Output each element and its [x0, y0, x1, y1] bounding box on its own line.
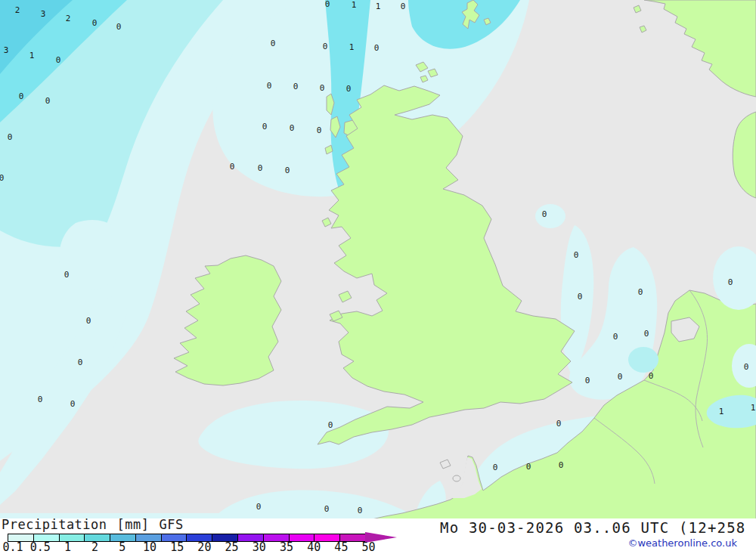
precip-value-label: 3 [41, 10, 46, 18]
precip-value-label: 0 [585, 376, 590, 385]
precip-value-label: 0 [358, 506, 363, 515]
precip-value-label: 1 [376, 2, 381, 11]
precip-value-label: 0 [45, 97, 51, 105]
precip-value-label: 0 [374, 44, 380, 52]
scale-tick-label: 1 [64, 540, 71, 554]
precip-value-label: 0 [320, 84, 325, 92]
map-area: 2320031000000000001100010000000000000000… [0, 0, 756, 519]
scale-tick-label: 40 [307, 540, 321, 554]
scale-tick-label: 0.1 [2, 540, 23, 554]
precip-value-label: 0 [70, 400, 76, 408]
precip-value-label: 0 [559, 461, 564, 469]
legend-unit: [mm] [117, 517, 150, 532]
scale-tick-label: 2 [91, 540, 98, 554]
precip-value-label: 0 [56, 56, 61, 64]
precip-value-label: 3 [4, 46, 9, 54]
precip-value-label: 0 [267, 82, 272, 90]
copyright-link[interactable]: ©weatheronline.co.uk [627, 537, 737, 549]
precip-value-label: 0 [116, 23, 122, 31]
precip-value-label: 0 [271, 39, 276, 48]
precip-value-label: 0 [38, 395, 43, 404]
weather-map-page: 2320031000000000001100010000000000000000… [0, 0, 756, 554]
precip-value-label: 0 [92, 19, 98, 27]
precip-value-label: 0 [293, 82, 299, 91]
precip-value-label: 0 [86, 317, 91, 325]
valid-datetime: Mo 30-03-2026 03..06 UTC (12+258 [440, 519, 745, 536]
precip-value-label: 0 [618, 373, 623, 381]
precip-value-label: 0 [526, 463, 531, 471]
precip-value-label: 0 [325, 0, 330, 8]
precip-value-label: 0 [346, 85, 352, 93]
precip-value-label: 0 [493, 463, 498, 472]
precip-value-label: 0 [556, 419, 562, 428]
precip-value-label: 0 [258, 164, 263, 172]
scale-tick-label: 25 [225, 540, 239, 554]
scale-tick-label: 15 [170, 540, 184, 554]
precip-value-label: 0 [290, 124, 295, 132]
precip-value-label: 0 [578, 292, 583, 301]
scale-tick-label: 5 [119, 540, 125, 554]
legend-title: Precipitation[mm]GFS [2, 517, 184, 532]
scale-tick-label: 45 [334, 540, 348, 554]
precip-value-label: 2 [15, 6, 20, 14]
precip-value-label: 0 [542, 210, 547, 218]
legend-parameter: Precipitation [2, 517, 107, 532]
precip-value-label: 1 [719, 407, 724, 416]
precip-value-label: 0 [78, 358, 83, 367]
precip-value-label: 1 [751, 404, 756, 412]
precip-value-label: 1 [349, 43, 355, 51]
scale-tick-label: 50 [362, 540, 376, 554]
precip-value-label: 0 [323, 42, 328, 51]
precip-value-label: 0 [8, 133, 13, 141]
weather-map [0, 0, 756, 519]
precip-value-label: 0 [317, 126, 322, 135]
precip-value-label: 0 [19, 92, 24, 101]
scale-tick-label: 30 [253, 540, 266, 554]
precip-value-label: 0 [401, 2, 406, 11]
precip-value-label: 0 [324, 505, 330, 513]
precip-value-label: 0 [744, 363, 749, 371]
precip-value-label: 0 [728, 278, 733, 286]
scale-tick-label: 10 [143, 540, 156, 554]
precip-value-label: 0 [262, 122, 268, 131]
precip-value-label: 2 [66, 14, 71, 23]
scale-cell [60, 534, 85, 541]
scale-tick-label: 35 [280, 540, 293, 554]
precip-value-label: 0 [285, 166, 290, 175]
precip-value-label: 0 [230, 162, 235, 171]
precip-value-label: 0 [644, 330, 649, 338]
precip-value-label: 0 [638, 288, 643, 296]
scale-tick-label: 20 [197, 540, 211, 554]
precip-value-label: 0 [0, 174, 4, 182]
precip-value-label: 1 [29, 51, 35, 60]
scale-tick-label: 0.5 [30, 540, 51, 554]
legend-model: GFS [160, 517, 184, 532]
precip-value-label: 0 [328, 421, 333, 429]
precip-value-label: 0 [64, 271, 70, 279]
precip-value-label: 0 [649, 372, 654, 380]
precip-value-label: 1 [352, 1, 357, 9]
precip-value-label: 0 [574, 251, 579, 259]
precip-value-label: 0 [256, 503, 262, 511]
precip-value-label: 0 [613, 333, 618, 341]
